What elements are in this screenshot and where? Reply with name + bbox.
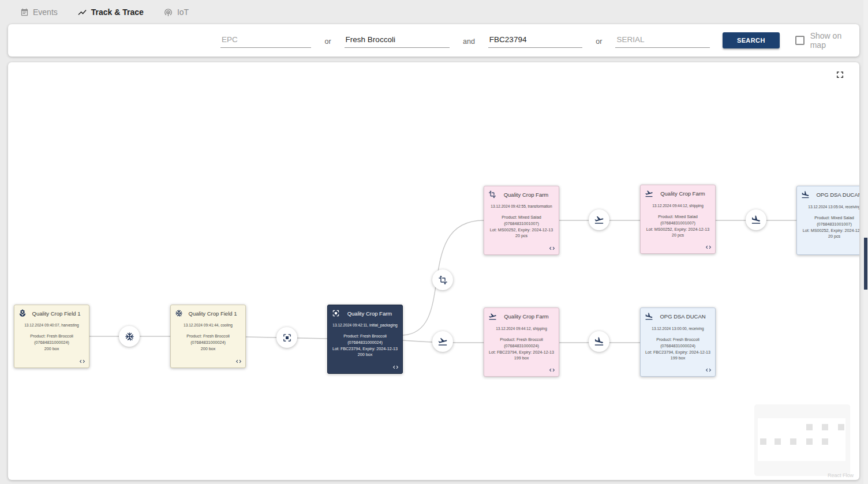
- minimap-node: [806, 438, 813, 445]
- minimap-viewport: [758, 418, 845, 461]
- node-details-button[interactable]: [705, 244, 712, 250]
- packaging-icon: [332, 309, 340, 317]
- show-on-map-checkbox[interactable]: [795, 36, 805, 45]
- node-title: Quality Crop Field 1: [188, 310, 241, 317]
- edge-event-receiving-salad[interactable]: [746, 209, 766, 230]
- edge-event-packaging[interactable]: [276, 327, 297, 348]
- scrollbar-thumb[interactable]: [864, 238, 867, 290]
- node-product: Product: Fresh Broccoli: [173, 333, 244, 340]
- tab-track-and-trace[interactable]: Track & Trace: [77, 7, 144, 17]
- broadcast-icon: [163, 7, 173, 17]
- node-product: Product: Fresh Broccoli: [330, 333, 401, 340]
- node-qty: 200 box: [330, 352, 401, 358]
- minimap-node: [775, 438, 781, 445]
- node-product: Product: Mixed Salad: [799, 215, 859, 222]
- flow-node-initial-packaging[interactable]: Quality Crop Farm 13.12.2024 09:42:11, i…: [327, 305, 403, 374]
- node-qty: 200 box: [16, 346, 87, 352]
- node-event: 13.12.2024 09:44:12, shipping: [642, 204, 713, 208]
- transform-icon: [488, 190, 496, 198]
- node-title: Quality Crop Field 1: [31, 310, 85, 317]
- node-gtin: (07684831001007): [799, 222, 859, 228]
- flow-node-harvesting[interactable]: Quality Crop Field 1 13.12.2024 09:40:07…: [14, 305, 89, 368]
- tab-iot[interactable]: IoT: [163, 7, 189, 17]
- flow-node-receiving-broccoli[interactable]: OPG DSA DUCAN 13.12.2024 13:00:00, recei…: [640, 307, 716, 377]
- node-event: 13.12.2024 09:41:44, cooling: [173, 323, 244, 327]
- flow-node-shipping-salad[interactable]: Quality Crop Farm 13.12.2024 09:44:12, s…: [640, 185, 716, 254]
- minimap-node: [806, 424, 813, 430]
- serial-input[interactable]: [615, 33, 709, 47]
- tab-events-label: Events: [33, 7, 58, 17]
- flight-takeoff-icon: [488, 312, 497, 321]
- node-event: 13.12.2024 13:00:00, receiving: [642, 327, 713, 331]
- fullscreen-button[interactable]: [835, 69, 845, 80]
- plant-icon: [18, 309, 27, 317]
- node-lot: Lot: MS00252, Expiry: 2024-12-13: [642, 227, 713, 233]
- node-gtin: (07684831000024): [173, 340, 244, 346]
- node-details-button[interactable]: [79, 358, 85, 365]
- node-gtin: (07684831001007): [642, 220, 713, 227]
- transform-icon: [438, 275, 448, 285]
- node-qty: 20 pcs: [486, 233, 557, 239]
- node-qty: 199 box: [486, 355, 557, 362]
- lot-field: [488, 33, 582, 48]
- flow-node-transformation[interactable]: Quality Crop Farm 13.12.2024 09:42:55, t…: [484, 186, 559, 255]
- node-product: Product: Fresh Broccoli: [486, 337, 557, 343]
- node-details-button[interactable]: [549, 367, 555, 373]
- node-gtin: (07684831000024): [486, 343, 557, 350]
- node-gtin: (07684831000024): [330, 340, 401, 346]
- flow-node-receiving-salad[interactable]: OPG DSA DUCAN 13.12.2024 13:05:04, recei…: [796, 186, 859, 255]
- flight-land-icon: [801, 190, 810, 199]
- node-product: Product: Fresh Broccoli: [642, 337, 713, 343]
- snowflake-icon: [125, 332, 134, 342]
- react-flow-attribution: React Flow: [828, 472, 854, 478]
- search-button[interactable]: SEARCH: [723, 32, 780, 48]
- epc-field: [220, 33, 311, 48]
- node-event: 13.12.2024 09:42:11, initial_packaging: [330, 323, 401, 327]
- minimap-node: [790, 438, 796, 445]
- node-qty: 20 pcs: [799, 234, 859, 240]
- tab-iot-label: IoT: [177, 7, 189, 17]
- snowflake-icon: [175, 309, 183, 317]
- flow-canvas[interactable]: Quality Crop Field 1 13.12.2024 09:40:07…: [8, 62, 859, 480]
- connector-and: and: [463, 35, 475, 46]
- flow-edges: [8, 62, 859, 480]
- flow-node-shipping-broccoli[interactable]: Quality Crop Farm 13.12.2024 09:44:12, s…: [484, 307, 559, 377]
- flight-land-icon: [645, 312, 653, 321]
- tab-track-and-trace-label: Track & Trace: [91, 7, 144, 17]
- minimap-node: [760, 438, 766, 445]
- edge-event-shipping-broccoli[interactable]: [432, 331, 453, 352]
- node-product: Product: Mixed Salad: [486, 215, 557, 221]
- node-details-button[interactable]: [705, 367, 712, 373]
- flow-node-cooling[interactable]: Quality Crop Field 1 13.12.2024 09:41:44…: [170, 305, 246, 368]
- node-lot: Lot: FBC23794, Expiry: 2024-12-13: [642, 350, 713, 356]
- show-on-map-toggle: Show on map: [795, 31, 859, 50]
- node-lot: Lot: FBC23794, Expiry: 2024-12-13: [486, 350, 557, 356]
- minimap-node: [822, 438, 828, 445]
- edge-event-receiving-broccoli[interactable]: [589, 331, 609, 352]
- tab-events[interactable]: Events: [20, 7, 58, 17]
- lot-input[interactable]: [488, 33, 582, 47]
- code-icon: [549, 245, 555, 252]
- edge-event-transformation[interactable]: [432, 269, 453, 290]
- epc-input[interactable]: [220, 33, 311, 47]
- flow-minimap[interactable]: [755, 405, 850, 475]
- node-gtin: (07684831001007): [486, 221, 557, 227]
- code-icon: [235, 358, 242, 365]
- node-title: Quality Crop Farm: [345, 310, 398, 317]
- node-qty: 20 pcs: [642, 232, 713, 239]
- node-details-button[interactable]: [235, 358, 242, 365]
- node-lot: Lot: MS00252, Expiry: 2024-12-13: [799, 228, 859, 234]
- edge-event-cooling[interactable]: [119, 326, 140, 347]
- node-details-button[interactable]: [392, 364, 399, 370]
- node-qty: 200 box: [173, 346, 244, 352]
- node-details-button[interactable]: [549, 245, 555, 252]
- minimap-node: [838, 424, 844, 430]
- search-bar: or and or SEARCH Show on map: [8, 24, 859, 57]
- show-on-map-label: Show on map: [810, 31, 859, 50]
- edge-event-shipping-salad[interactable]: [589, 209, 609, 230]
- product-field: [345, 33, 450, 48]
- product-input[interactable]: [345, 33, 450, 47]
- code-icon: [705, 367, 712, 373]
- page-scrollbar[interactable]: [863, 0, 868, 484]
- calendar-icon: [20, 8, 29, 17]
